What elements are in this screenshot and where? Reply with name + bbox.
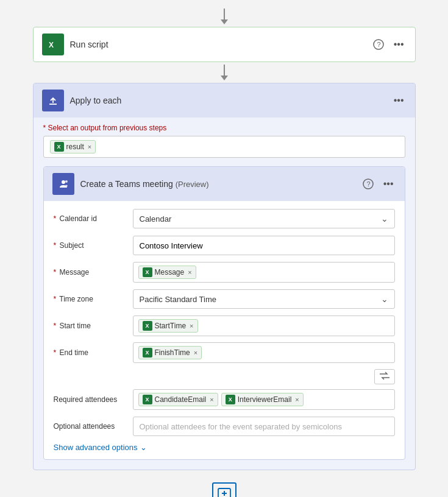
- time-zone-label: * Time zone: [54, 295, 133, 303]
- interviewer-email-icon: X: [226, 395, 235, 404]
- message-token-icon: X: [143, 267, 152, 277]
- required-attendees-label: Required attendees: [54, 395, 133, 404]
- optional-attendees-row: Optional attendees Optional attendees fo…: [54, 416, 395, 437]
- teams-meeting-header: Create a Teams meeting (Preview) ? •••: [44, 167, 405, 201]
- svg-point-7: [65, 180, 68, 183]
- candidate-email-token: X CandidateEmail ×: [138, 393, 218, 406]
- svg-text:?: ?: [377, 41, 380, 48]
- teams-meeting-title: Create a Teams meeting (Preview): [80, 179, 354, 189]
- end-time-field[interactable]: X FinishTime ×: [133, 342, 395, 363]
- swap-button[interactable]: [374, 369, 395, 384]
- run-script-help-button[interactable]: ?: [371, 38, 386, 51]
- timezone-chevron-icon: ⌄: [381, 294, 388, 304]
- excel-icon: X: [42, 33, 64, 55]
- message-token: X Message ×: [138, 266, 196, 279]
- candidate-email-close[interactable]: ×: [210, 396, 213, 403]
- teams-more-button[interactable]: •••: [381, 177, 396, 191]
- message-token-label: Message: [155, 268, 185, 277]
- apply-to-each-body: * Select an output from previous steps X…: [34, 118, 415, 470]
- show-advanced-button[interactable]: Show advanced options ⌄: [54, 443, 147, 452]
- start-time-field[interactable]: X StartTime ×: [133, 315, 395, 336]
- teams-meeting-card: Create a Teams meeting (Preview) ? •••: [43, 166, 405, 460]
- message-label: * Message: [54, 268, 133, 277]
- optional-attendees-label: Optional attendees: [54, 422, 133, 431]
- add-action-icon: [212, 482, 236, 497]
- teams-meeting-actions: ? •••: [360, 177, 396, 191]
- output-field[interactable]: X result ×: [43, 136, 405, 158]
- apply-to-each-title: Apply to each: [70, 96, 385, 105]
- apply-to-each-header: Apply to each •••: [34, 83, 415, 118]
- middle-arrow: [221, 65, 228, 80]
- apply-to-each-actions: •••: [391, 94, 407, 107]
- run-script-actions: ? •••: [371, 38, 407, 51]
- calendar-id-label: * Calendar id: [54, 214, 133, 223]
- svg-text:X: X: [49, 41, 54, 49]
- start-time-token-close[interactable]: ×: [190, 322, 193, 330]
- subject-input[interactable]: [133, 236, 395, 255]
- svg-text:?: ?: [366, 180, 370, 188]
- start-time-token-label: StartTime: [155, 322, 187, 330]
- add-action-area: Add an action: [33, 482, 416, 497]
- message-token-close[interactable]: ×: [188, 269, 191, 276]
- teams-icon: [52, 173, 74, 195]
- apply-more-button[interactable]: •••: [391, 94, 407, 107]
- end-time-token-label: FinishTime: [155, 348, 190, 357]
- svg-point-6: [62, 180, 65, 184]
- run-script-more-button[interactable]: •••: [391, 38, 407, 51]
- run-script-title: Run script: [70, 40, 364, 49]
- interviewer-email-token: X InterviewerEmail ×: [221, 393, 304, 406]
- time-zone-row: * Time zone Pacific Standard Time ⌄: [54, 289, 395, 309]
- add-action-button[interactable]: Add an action: [198, 482, 251, 497]
- subject-row: * Subject: [54, 235, 395, 256]
- interviewer-email-close[interactable]: ×: [295, 396, 299, 403]
- end-time-token: X FinishTime ×: [138, 346, 202, 359]
- show-advanced-label: Show advanced options: [54, 443, 138, 452]
- interviewer-email-label: InterviewerEmail: [238, 395, 292, 404]
- teams-help-button[interactable]: ?: [360, 177, 376, 191]
- result-token-close[interactable]: ×: [88, 143, 91, 150]
- start-time-row: * Start time X StartTime ×: [54, 315, 395, 336]
- end-time-row: * End time X FinishTime ×: [54, 342, 395, 363]
- candidate-email-icon: X: [143, 395, 152, 404]
- result-token-icon: X: [54, 142, 64, 152]
- optional-attendees-field[interactable]: Optional attendees for the event separat…: [133, 417, 395, 436]
- start-time-token-icon: X: [143, 321, 152, 331]
- subject-text-input[interactable]: [140, 241, 388, 250]
- select-output-label: * Select an output from previous steps: [43, 124, 405, 132]
- preview-badge: (Preview): [176, 180, 209, 189]
- apply-to-each-container: Apply to each ••• * Select an output fro…: [33, 83, 416, 470]
- time-zone-select[interactable]: Pacific Standard Time ⌄: [133, 289, 395, 309]
- start-time-label: * Start time: [54, 322, 133, 330]
- end-time-token-icon: X: [143, 348, 152, 358]
- message-row: * Message X Message ×: [54, 262, 395, 283]
- end-time-token-close[interactable]: ×: [194, 349, 197, 356]
- run-script-card: X Run script ? •••: [33, 27, 416, 62]
- swap-row: [54, 369, 395, 384]
- teams-meeting-body: * Calendar id Calendar ⌄ * Subject: [44, 201, 405, 459]
- calendar-chevron-icon: ⌄: [381, 214, 388, 224]
- required-attendees-field[interactable]: X CandidateEmail × X InterviewerEmail ×: [133, 389, 395, 410]
- calendar-id-row: * Calendar id Calendar ⌄: [54, 208, 395, 229]
- optional-attendees-placeholder: Optional attendees for the event separat…: [140, 422, 342, 431]
- apply-icon: [42, 90, 64, 111]
- top-arrow: [221, 9, 228, 24]
- end-time-label: * End time: [54, 348, 133, 357]
- start-time-token: X StartTime ×: [138, 319, 198, 333]
- required-attendees-row: Required attendees X CandidateEmail × X …: [54, 389, 395, 410]
- result-token: X result ×: [50, 140, 96, 153]
- calendar-id-select[interactable]: Calendar ⌄: [133, 209, 395, 228]
- chevron-down-icon: ⌄: [140, 443, 147, 452]
- result-token-label: result: [66, 143, 84, 151]
- message-field[interactable]: X Message ×: [133, 262, 395, 283]
- candidate-email-label: CandidateEmail: [155, 395, 207, 404]
- subject-label: * Subject: [54, 241, 133, 250]
